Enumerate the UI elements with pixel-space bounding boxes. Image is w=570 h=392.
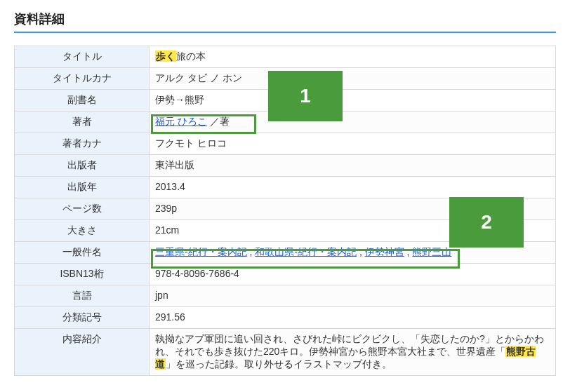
label-title: タイトル (15, 46, 150, 68)
value-title: 歩く旅の本 (150, 46, 556, 68)
row-language: 言語 jpn (15, 285, 556, 307)
value-classno: 291.56 (150, 307, 556, 329)
callout-2: 2 (449, 197, 524, 248)
title-highlight: 歩く (155, 50, 176, 62)
value-description: 執拗なアブ軍団に追い回され、さびれた峠にビクビクし、「失恋したのか?」とからかわ… (150, 329, 556, 376)
row-publisher: 出版者 東洋出版 (15, 155, 556, 177)
label-description: 内容紹介 (15, 329, 150, 376)
row-description: 内容紹介 執拗なアブ軍団に追い回され、さびれた峠にビクビクし、「失恋したのか?」… (15, 329, 556, 376)
label-subjects: 一般件名 (15, 242, 150, 264)
label-author-kana: 著者カナ (15, 133, 150, 155)
title-rest: 旅の本 (176, 50, 206, 62)
subject-link-3[interactable]: 伊勢神宮 (365, 246, 404, 257)
subject-link-4[interactable]: 熊野三山 (412, 246, 451, 257)
label-size: 大きさ (15, 220, 150, 242)
callout-1: 1 (268, 71, 343, 121)
author-suffix: ／著 (207, 116, 230, 127)
value-title-kana: アルク タビ ノ ホン (150, 68, 556, 90)
value-isbn13: 978-4-8096-7686-4 (150, 264, 556, 285)
label-title-kana: タイトルカナ (15, 68, 150, 90)
value-author-kana: フクモト ヒロコ (150, 133, 556, 155)
label-pages: ページ数 (15, 198, 150, 220)
label-classno: 分類記号 (15, 307, 150, 329)
row-classno: 分類記号 291.56 (15, 307, 556, 329)
row-pubyear: 出版年 2013.4 (15, 177, 556, 198)
label-publisher: 出版者 (15, 155, 150, 177)
value-publisher: 東洋出版 (150, 155, 556, 177)
label-language: 言語 (15, 285, 150, 307)
value-pubyear: 2013.4 (150, 177, 556, 198)
value-author: 福元 ひろこ ／著 (150, 111, 556, 133)
detail-wrapper: 資料詳細 タイトル 歩く旅の本 タイトルカナ アルク タビ ノ ホン 副書名 伊… (14, 11, 556, 376)
label-subtitle: 副書名 (15, 90, 150, 111)
value-subtitle: 伊勢→熊野 (150, 90, 556, 111)
value-language: jpn (150, 285, 556, 307)
subject-link-2[interactable]: 和歌山県-紀行・案内記 (255, 246, 357, 257)
label-isbn13: ISBN13桁 (15, 264, 150, 285)
author-link[interactable]: 福元 ひろこ (155, 116, 207, 127)
subject-link-1[interactable]: 三重県-紀行・案内記 (155, 246, 247, 257)
section-title: 資料詳細 (14, 11, 556, 33)
row-isbn13: ISBN13桁 978-4-8096-7686-4 (15, 264, 556, 285)
label-pubyear: 出版年 (15, 177, 150, 198)
row-author-kana: 著者カナ フクモト ヒロコ (15, 133, 556, 155)
label-author: 著者 (15, 111, 150, 133)
row-title: タイトル 歩く旅の本 (15, 46, 556, 68)
